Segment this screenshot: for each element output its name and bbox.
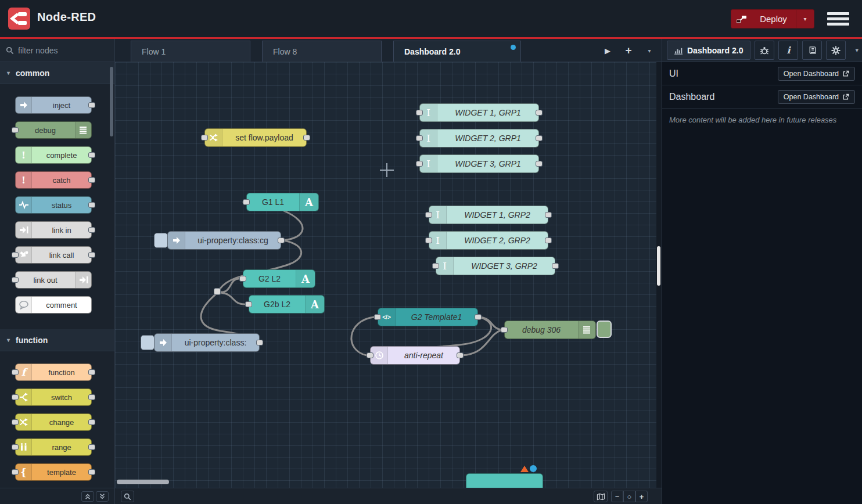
palette-node-change[interactable]: change [15, 413, 92, 431]
flow-node-g2b-l2[interactable]: G2b L2 A [249, 295, 325, 314]
flow-node-widget-2-grp2[interactable]: I WIDGET 2, GRP2 [429, 231, 548, 250]
palette-node-catch[interactable]: ! catch [15, 171, 92, 189]
palette-category-common[interactable]: ▾ common [0, 62, 114, 84]
open-dashboard-button-dashboard[interactable]: Open Dashboard [778, 90, 855, 104]
deploy-button[interactable]: Deploy ▾ [731, 9, 814, 28]
node-port-out[interactable] [536, 135, 543, 141]
flow-node-clipped[interactable] [466, 473, 543, 488]
node-port-out[interactable] [88, 102, 95, 108]
help-book-button[interactable] [802, 41, 822, 60]
node-port-out[interactable] [256, 340, 263, 345]
flow-node-g2-template1[interactable]: </> G2 Template1 [378, 308, 478, 326]
node-port-out[interactable] [545, 237, 552, 243]
node-port-out[interactable] [552, 263, 559, 269]
node-port-out[interactable] [278, 237, 285, 243]
deploy-options-chevron-icon[interactable]: ▾ [796, 16, 814, 22]
main-menu-button[interactable] [827, 12, 849, 26]
palette-node-link-call[interactable]: link call [15, 246, 92, 264]
node-port-out[interactable] [457, 352, 464, 358]
flow-node-widget-2-grp1[interactable]: I WIDGET 2, GRP1 [419, 129, 539, 147]
node-port-in[interactable] [12, 252, 19, 258]
expand-all-button[interactable] [96, 491, 109, 502]
node-port-out[interactable] [88, 369, 95, 375]
node-port-in[interactable] [374, 314, 381, 320]
palette-node-template[interactable]: { template [15, 463, 92, 481]
node-port-out[interactable] [536, 161, 543, 167]
node-port-in[interactable] [501, 327, 508, 333]
palette-node-link-out[interactable]: link out [15, 271, 92, 289]
palette-node-switch[interactable]: switch [15, 388, 92, 406]
flow-node-widget-3-grp1[interactable]: I WIDGET 3, GRP1 [419, 154, 539, 173]
node-port-in[interactable] [12, 127, 19, 133]
node-port-in[interactable] [243, 199, 250, 205]
wire[interactable] [221, 293, 245, 304]
sidebar-tab-dashboard-2-0[interactable]: Dashboard 2.0 [667, 41, 750, 60]
zoom-reset-button[interactable]: ○ [623, 491, 635, 502]
tab-list-chevron-icon[interactable]: ▾ [642, 43, 657, 58]
node-port-out[interactable] [303, 135, 310, 141]
node-port-in[interactable] [425, 237, 432, 243]
collapse-all-button[interactable] [81, 491, 94, 502]
node-port-out[interactable] [88, 177, 95, 183]
debug-enable-toggle[interactable] [597, 321, 612, 338]
palette-node-inject[interactable]: inject [15, 96, 92, 114]
node-port-in[interactable] [416, 135, 423, 141]
flow-node-g2-l2[interactable]: G2 L2 A [243, 269, 315, 288]
inject-trigger-button[interactable] [154, 233, 168, 248]
node-port-in[interactable] [416, 161, 423, 167]
flow-node-ui-property-class[interactable]: ui-property:class: [154, 333, 260, 352]
palette-node-range[interactable]: range [15, 438, 92, 456]
palette-node-comment[interactable]: comment [15, 296, 92, 314]
node-port-out[interactable] [88, 469, 95, 475]
node-port-in[interactable] [425, 212, 432, 218]
debug-messages-button[interactable] [755, 41, 774, 60]
palette-node-complete[interactable]: ! complete [15, 146, 92, 164]
palette-node-link-in[interactable]: link in [15, 221, 92, 239]
flow-node-ui-property-class-cg[interactable]: ui-property:class:cg [167, 231, 281, 250]
tab-flow-1[interactable]: Flow 1 [131, 41, 250, 62]
search-flows-button[interactable] [121, 491, 134, 502]
palette-node-function[interactable]: f function [15, 363, 92, 381]
gear-icon[interactable] [826, 41, 846, 60]
inject-trigger-button[interactable] [141, 335, 155, 350]
zoom-out-button[interactable]: − [611, 491, 623, 502]
node-port-in[interactable] [201, 135, 208, 141]
node-port-in[interactable] [245, 301, 252, 307]
sidebar-tabs-chevron-icon[interactable]: ▾ [855, 46, 859, 54]
flow-node-widget-1-grp1[interactable]: I WIDGET 1, GRP1 [419, 103, 539, 122]
flow-node-set-flow-payload[interactable]: set flow.payload [204, 128, 307, 147]
node-port-in[interactable] [12, 469, 19, 475]
node-port-in[interactable] [239, 276, 246, 282]
node-port-out[interactable] [88, 227, 95, 233]
add-flow-button[interactable]: + [621, 43, 636, 58]
open-dashboard-button-ui[interactable]: Open Dashboard [778, 67, 855, 81]
node-port-out[interactable] [88, 252, 95, 258]
node-port-out[interactable] [88, 394, 95, 400]
next-tab-button[interactable]: ▶ [600, 43, 615, 58]
node-port-in[interactable] [367, 352, 373, 358]
node-port-in[interactable] [12, 369, 19, 375]
node-port-out[interactable] [545, 212, 552, 218]
flow-node-widget-1-grp2[interactable]: I WIDGET 1, GRP2 [429, 206, 548, 224]
flow-node-anti-repeat[interactable]: anti-repeat [370, 346, 460, 365]
node-port-out[interactable] [475, 314, 482, 320]
canvas-vscrollbar[interactable] [657, 246, 660, 286]
palette-node-status[interactable]: status [15, 196, 92, 214]
node-port-in[interactable] [12, 394, 19, 400]
flow-node-debug-306[interactable]: debug 306 [504, 321, 596, 339]
node-port-in[interactable] [416, 110, 423, 116]
node-port-out[interactable] [88, 152, 95, 158]
node-port-in[interactable] [432, 263, 439, 269]
palette-filter-input[interactable]: filter nodes [0, 39, 114, 62]
info-button[interactable]: i [778, 41, 798, 60]
palette-scrollbar[interactable] [110, 67, 113, 136]
flow-node-g1-l1[interactable]: G1 L1 A [246, 193, 319, 211]
node-port-out[interactable] [88, 419, 95, 425]
canvas-hscrollbar[interactable] [117, 480, 169, 484]
navigator-map-button[interactable] [594, 491, 608, 502]
palette-category-function[interactable]: ▾ function [0, 329, 114, 351]
node-port-out[interactable] [88, 444, 95, 450]
flow-canvas[interactable]: set flow.payload I WIDGET 1, GRP1 I WIDG… [115, 62, 656, 488]
node-port-in[interactable] [12, 419, 19, 425]
node-port-in[interactable] [12, 277, 19, 283]
